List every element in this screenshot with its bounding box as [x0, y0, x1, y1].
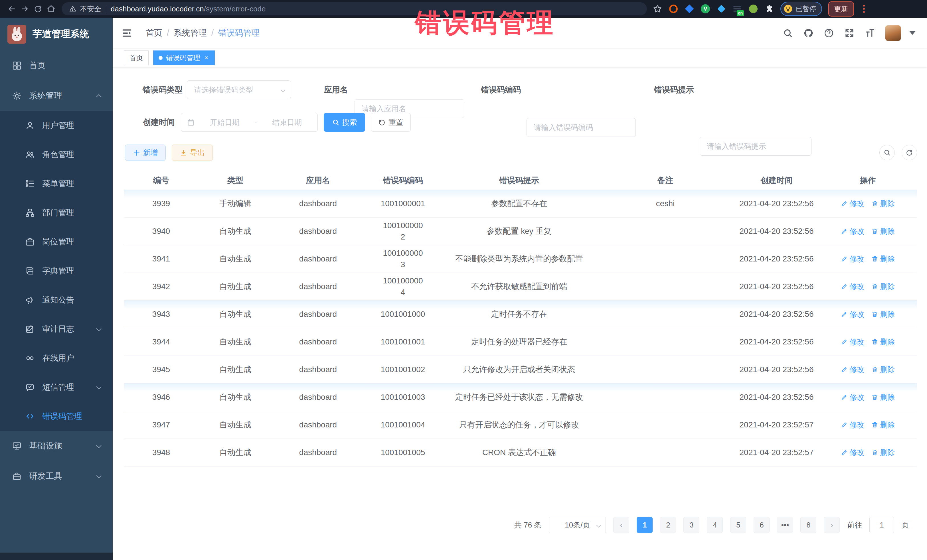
row-app: dashboard [272, 198, 364, 209]
hamburger-icon[interactable] [121, 27, 133, 39]
refresh-table-button[interactable] [902, 145, 917, 160]
sidebar-item-audit[interactable]: 审计日志 [0, 314, 112, 344]
sidebar-item-megaphone[interactable]: 通知公告 [0, 285, 112, 314]
filter-type-input[interactable] [187, 80, 291, 99]
delete-link[interactable]: 删除 [871, 226, 895, 237]
search-icon[interactable] [783, 28, 793, 38]
next-page-button[interactable]: › [824, 517, 840, 533]
filter-type-select[interactable] [187, 80, 291, 99]
breadcrumb-system[interactable]: 系统管理 [174, 27, 207, 39]
edit-link[interactable]: 修改 [841, 419, 865, 431]
avatar-caret-down-icon[interactable] [909, 31, 916, 35]
sidebar-item-briefcase[interactable]: 岗位管理 [0, 227, 112, 256]
fullscreen-icon[interactable] [844, 28, 854, 38]
filter-code-input[interactable] [527, 118, 636, 137]
browser-forward-button[interactable] [18, 2, 31, 15]
date-end-placeholder[interactable]: 结束日期 [262, 117, 312, 127]
edit-link[interactable]: 修改 [841, 392, 865, 403]
sidebar-item-users[interactable]: 角色管理 [0, 140, 112, 169]
bookmark-star-icon[interactable] [653, 4, 662, 14]
sidebar-item-code[interactable]: 错误码管理 [0, 402, 112, 431]
export-button[interactable]: 导出 [172, 144, 213, 161]
row-type: 自动生成 [198, 447, 272, 458]
delete-link[interactable]: 删除 [871, 253, 895, 265]
delete-link[interactable]: 删除 [871, 364, 895, 375]
tag-close-icon[interactable] [204, 55, 209, 61]
delete-link[interactable]: 删除 [871, 447, 895, 458]
browser-home-button[interactable] [44, 2, 58, 15]
goto-page-input[interactable] [869, 517, 894, 533]
edit-link[interactable]: 修改 [841, 226, 865, 237]
sidebar-item-chat[interactable]: 短信管理 [0, 373, 112, 402]
browser-back-button[interactable] [5, 2, 18, 15]
browser-reload-button[interactable] [31, 2, 44, 15]
add-button[interactable]: 新增 [125, 144, 166, 161]
edit-link[interactable]: 修改 [841, 198, 865, 209]
sidebar-item-menu[interactable]: 菜单管理 [0, 169, 112, 198]
show-search-button[interactable] [879, 145, 895, 160]
sidebar-item-tree[interactable]: 部门管理 [0, 198, 112, 227]
delete-link[interactable]: 删除 [871, 392, 895, 403]
address-bar[interactable]: 不安全 dashboard.yudao.iocoder.cn/system/er… [62, 2, 647, 15]
page-button[interactable]: 8 [800, 517, 816, 533]
app-logo[interactable]: 芋道管理系统 [0, 18, 112, 50]
browser-update-button[interactable]: 更新 [828, 2, 854, 17]
extension-orange-icon[interactable] [669, 4, 678, 14]
sidebar-item-monitor[interactable]: 基础设施 [0, 431, 112, 461]
edit-link[interactable]: 修改 [841, 308, 865, 320]
date-separator: - [255, 118, 257, 127]
sidebar-item-toolbox[interactable]: 研发工具 [0, 461, 112, 491]
page-button[interactable]: 3 [684, 517, 699, 533]
help-icon[interactable] [824, 28, 834, 38]
extension-puzzle-icon[interactable] [764, 4, 774, 14]
divider [106, 5, 106, 13]
date-start-placeholder[interactable]: 开始日期 [200, 117, 249, 127]
plus-icon [133, 149, 140, 156]
profile-paused-badge[interactable]: 已暂停 [780, 2, 822, 16]
sidebar-item-link[interactable]: 在线用户 [0, 344, 112, 373]
page-button[interactable]: 4 [707, 517, 723, 533]
page-size-select[interactable]: 10条/页 [549, 517, 606, 533]
user-avatar[interactable] [885, 25, 901, 41]
sidebar-item-user[interactable]: 用户管理 [0, 111, 112, 140]
github-icon[interactable] [803, 28, 813, 38]
edit-link[interactable]: 修改 [841, 336, 865, 348]
tag-error-code[interactable]: 错误码管理 [153, 50, 215, 65]
edit-link[interactable]: 修改 [841, 364, 865, 375]
page-button[interactable]: 5 [730, 517, 746, 533]
filter-code-field[interactable] [527, 118, 636, 137]
filter-hint-field[interactable] [700, 137, 812, 156]
edit-link[interactable]: 修改 [841, 447, 865, 458]
reset-button[interactable]: 重置 [371, 113, 411, 132]
extension-key-icon[interactable] [748, 4, 758, 14]
filter-daterange[interactable]: 开始日期 - 结束日期 [181, 113, 318, 132]
font-size-icon[interactable] [865, 28, 875, 38]
edit-link[interactable]: 修改 [841, 281, 865, 292]
delete-link[interactable]: 删除 [871, 308, 895, 320]
search-button[interactable]: 搜索 [324, 113, 365, 132]
browser-menu-kebab-icon[interactable] [860, 5, 868, 13]
page-button[interactable]: 2 [660, 517, 676, 533]
users-icon [25, 150, 35, 159]
extension-green-circle-icon[interactable]: V [701, 4, 710, 14]
page-button[interactable]: 6 [754, 517, 769, 533]
breadcrumb-home[interactable]: 首页 [146, 27, 162, 39]
sidebar-item-gear[interactable]: 系统管理 [0, 81, 112, 111]
page-button-active[interactable]: 1 [637, 517, 653, 533]
delete-link[interactable]: 删除 [871, 198, 895, 209]
extension-diamond-icon[interactable] [716, 4, 726, 14]
extension-gem-icon[interactable] [685, 4, 694, 14]
prev-page-button[interactable]: ‹ [613, 517, 629, 533]
sidebar-item-book[interactable]: 字典管理 [0, 256, 112, 285]
tag-home[interactable]: 首页 [124, 50, 149, 65]
delete-link[interactable]: 删除 [871, 336, 895, 348]
delete-link[interactable]: 删除 [871, 419, 895, 431]
delete-link[interactable]: 删除 [871, 281, 895, 292]
edit-link[interactable]: 修改 [841, 253, 865, 265]
sidebar-collapse-strip[interactable] [0, 552, 112, 560]
security-chip[interactable]: 不安全 [69, 4, 101, 14]
page-button[interactable]: ••• [777, 517, 793, 533]
sidebar-item-home[interactable]: 首页 [0, 50, 112, 81]
filter-hint-input[interactable] [700, 137, 812, 156]
extension-list-icon[interactable]: on [732, 4, 742, 14]
